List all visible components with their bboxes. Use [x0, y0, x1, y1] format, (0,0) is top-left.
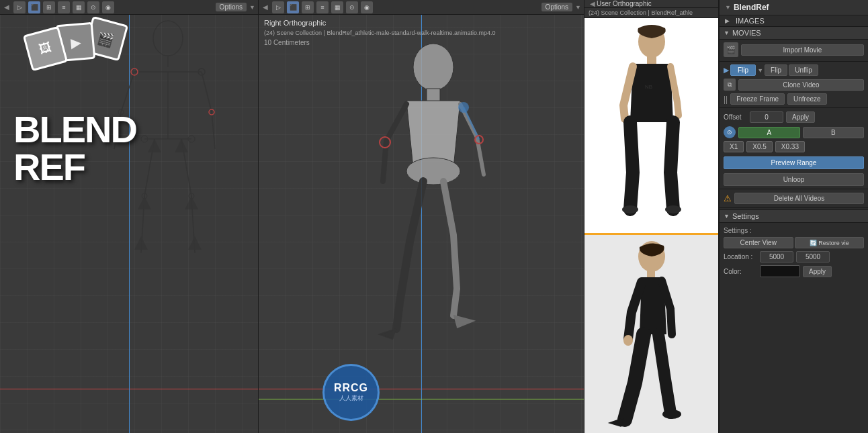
left-panel-header: ◀ ▷ ⬛ ⊞ ≡ ▦ ⊙ ◉ Options ▼: [0, 0, 258, 15]
blendref-expand-arrow[interactable]: ▼: [725, 4, 731, 11]
divider-3: [720, 189, 868, 189]
svg-point-43: [623, 335, 633, 346]
color-swatch[interactable]: [760, 265, 800, 277]
left-icon-1[interactable]: ▷: [13, 1, 26, 13]
mid-panel-info: Right Orthographic (24) Scene Collection…: [264, 17, 496, 48]
divider-4: [720, 207, 868, 208]
svg-point-27: [413, 44, 453, 91]
settings-section-label: Settings: [732, 212, 759, 220]
color-apply-button[interactable]: Apply: [803, 266, 832, 277]
delete-row: ⚠ Delete All Videos: [720, 191, 868, 206]
images-tree-item[interactable]: ▶ IMAGES: [720, 15, 868, 26]
mid-icon-7[interactable]: ◉: [361, 1, 373, 13]
freeze-row: || Freeze Frame Unfreeze: [720, 92, 868, 106]
mid-measurement: 10 Centimeters: [264, 38, 496, 48]
svg-point-29: [406, 158, 460, 185]
offset-apply-button[interactable]: Apply: [786, 111, 815, 123]
flip-active-button[interactable]: Flip: [730, 64, 756, 76]
restore-view-button[interactable]: 🔄 Restore vie: [795, 237, 865, 248]
right-panel-header: ◀ User Orthographic: [584, 0, 718, 8]
flip-dropdown-arrow[interactable]: ▼: [757, 67, 763, 74]
settings-section-header[interactable]: ▼ Settings: [720, 209, 868, 223]
delete-all-button[interactable]: Delete All Videos: [734, 193, 864, 204]
left-icon-6[interactable]: ⊙: [87, 1, 99, 13]
logo-ref-text: REF: [13, 148, 148, 186]
ab-a-button[interactable]: A: [738, 127, 800, 138]
mid-icon-1[interactable]: ▷: [272, 1, 284, 13]
left-icon-2[interactable]: ⬛: [28, 1, 40, 13]
preview-range-button[interactable]: Preview Range: [724, 156, 864, 169]
ab-b-button[interactable]: B: [803, 127, 865, 138]
settings-arrow-icon: ▼: [724, 213, 730, 220]
settings-content: Settings : Center View 🔄 Restore vie Loc…: [720, 223, 868, 281]
left-nav-arrow[interactable]: ◀: [3, 3, 11, 11]
left-icon-4[interactable]: ≡: [58, 1, 70, 13]
svg-marker-24: [185, 196, 198, 209]
svg-marker-21: [148, 139, 161, 152]
mid-icon-6[interactable]: ⊙: [346, 1, 358, 13]
offset-row: Offset Apply: [720, 109, 868, 125]
import-movie-button[interactable]: Import Movie: [741, 44, 864, 56]
svg-text:NB: NB: [645, 84, 652, 90]
center-restore-row: Center View 🔄 Restore vie: [724, 236, 864, 250]
ab-icon[interactable]: ⊙: [724, 126, 736, 138]
right-nav-arrow[interactable]: ◀: [589, 0, 597, 7]
svg-line-7: [202, 72, 212, 112]
mid-icon-2[interactable]: ⬛: [287, 1, 299, 13]
offset-input[interactable]: [750, 111, 783, 123]
offset-label: Offset: [724, 113, 747, 121]
left-icon-7[interactable]: ◉: [102, 1, 114, 13]
blendref-title: BlendRef: [734, 3, 769, 12]
film-icon: 🎬: [724, 42, 738, 57]
left-viewport-panel: ◀ ▷ ⬛ ⊞ ≡ ▦ ⊙ ◉ Options ▼ 🎬: [0, 0, 259, 433]
svg-line-8: [212, 112, 215, 149]
left-options-button[interactable]: Options: [216, 3, 247, 11]
mid-options-button[interactable]: Options: [541, 3, 572, 11]
unflip-button[interactable]: Unflip: [789, 64, 818, 76]
svg-rect-28: [427, 89, 440, 102]
clone-video-button[interactable]: Clone Video: [738, 79, 864, 91]
unloop-button[interactable]: Unloop: [724, 173, 864, 186]
left-options-arrow: ▼: [249, 4, 255, 11]
divider-1: [720, 61, 868, 62]
preview-range-container: Preview Range: [720, 154, 868, 172]
pipe-icon: ||: [724, 95, 728, 104]
svg-rect-36: [647, 56, 656, 64]
mid-viewport-label: Right Orthographic: [264, 17, 496, 29]
middle-nav-arrow[interactable]: ◀: [261, 3, 269, 11]
user-ortho-label: User Orthographic: [597, 0, 652, 7]
movies-label: MOVIES: [732, 29, 761, 37]
images-label: IMAGES: [736, 17, 765, 25]
video-frame-top: NB: [584, 18, 718, 235]
svg-line-31: [464, 107, 479, 140]
mid-icon-3[interactable]: ⊞: [302, 1, 314, 13]
video-frame-bottom: [584, 235, 718, 434]
svg-marker-26: [188, 236, 202, 250]
svg-point-0: [153, 21, 183, 56]
flip-row: ▶ Flip ▼ Flip Unflip: [720, 63, 868, 77]
center-view-button[interactable]: Center View: [724, 237, 793, 248]
location-y-input[interactable]: [796, 251, 830, 262]
mid-icon-5[interactable]: ▦: [331, 1, 343, 13]
middle-panel-header: ◀ ▷ ⬛ ⊞ ≡ ▦ ⊙ ◉ Options ▼: [259, 0, 584, 15]
location-x-input[interactable]: [760, 251, 793, 262]
left-icon-3[interactable]: ⊞: [43, 1, 55, 13]
flip-active-indicator: ▶: [724, 66, 729, 74]
movies-section-header[interactable]: ▼ MOVIES: [720, 26, 868, 40]
svg-marker-25: [134, 236, 148, 250]
flip-inactive-button[interactable]: Flip: [765, 64, 787, 76]
left-icon-5[interactable]: ▦: [73, 1, 85, 13]
speed-x1-button[interactable]: X1: [724, 141, 744, 152]
freeze-frame-button[interactable]: Freeze Frame: [730, 93, 785, 105]
color-row: Color: Apply: [724, 264, 864, 279]
speed-x033-button[interactable]: X0.33: [775, 141, 805, 152]
unfreeze-button[interactable]: Unfreeze: [787, 93, 827, 105]
speed-x05-button[interactable]: X0.5: [746, 141, 773, 152]
walking-figure-side: [312, 34, 554, 383]
clone-row: ⧉ Clone Video: [720, 77, 868, 92]
blendref-title-row: ▼ BlendRef: [720, 0, 868, 15]
clone-icon: ⧉: [724, 79, 736, 91]
user-ortho-info: (24) Scene Collection | BlendRef_athle: [584, 8, 718, 18]
mid-icon-4[interactable]: ≡: [316, 1, 329, 13]
unloop-container: Unloop: [720, 172, 868, 187]
